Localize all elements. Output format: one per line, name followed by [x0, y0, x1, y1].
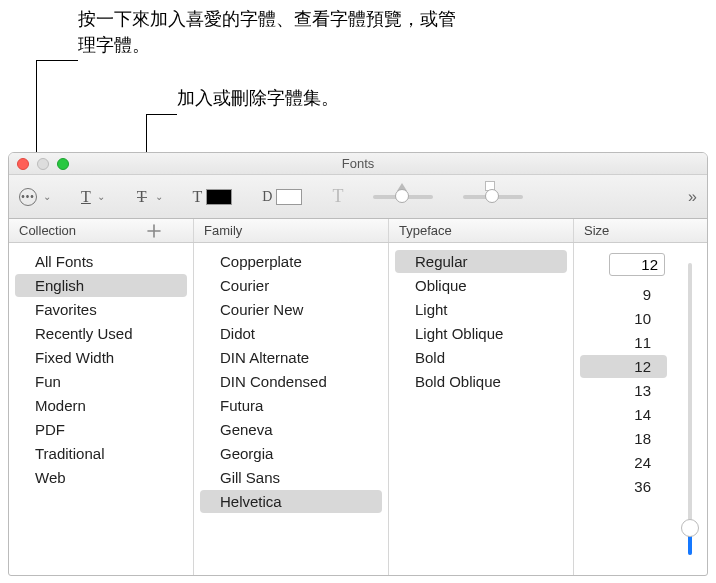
header-size: Size: [574, 219, 707, 242]
family-item[interactable]: Courier: [200, 274, 382, 297]
text-effects-button[interactable]: T: [332, 186, 343, 207]
more-icon: •••: [19, 188, 37, 206]
size-item[interactable]: 13: [580, 379, 667, 402]
text-color-button[interactable]: T: [193, 188, 233, 206]
underline-button[interactable]: T ⌄: [81, 188, 105, 206]
typeface-item[interactable]: Bold Oblique: [395, 370, 567, 393]
collection-item[interactable]: English: [15, 274, 187, 297]
chevron-down-icon: ⌄: [97, 191, 105, 202]
columns: All FontsEnglishFavoritesRecently UsedFi…: [9, 243, 707, 575]
add-collection-button[interactable]: [143, 220, 165, 242]
header-family-label: Family: [204, 223, 242, 238]
shadow-blur-slider[interactable]: [463, 195, 523, 199]
size-item[interactable]: 18: [580, 427, 667, 450]
collection-item[interactable]: Modern: [15, 394, 187, 417]
size-item[interactable]: 24: [580, 451, 667, 474]
collection-item[interactable]: Fixed Width: [15, 346, 187, 369]
header-size-label: Size: [584, 223, 609, 238]
header-collection: Collection: [9, 219, 194, 242]
text-shadow-icon: T: [332, 186, 343, 207]
shadow-opacity-slider[interactable]: [373, 195, 433, 199]
minimize-window-button[interactable]: [37, 158, 49, 170]
slider-knob[interactable]: [485, 189, 499, 203]
actions-menu-button[interactable]: ••• ⌄: [19, 188, 51, 206]
typeface-item[interactable]: Light: [395, 298, 567, 321]
text-color-swatch: [206, 189, 232, 205]
collection-item[interactable]: Favorites: [15, 298, 187, 321]
slider-track: [688, 263, 692, 555]
family-item[interactable]: Didot: [200, 322, 382, 345]
family-item[interactable]: Copperplate: [200, 250, 382, 273]
close-window-button[interactable]: [17, 158, 29, 170]
toolbar: ••• ⌄ T ⌄ T ⌄ T D T »: [9, 175, 707, 219]
chevrons-right-icon: »: [688, 188, 697, 205]
collection-item[interactable]: Recently Used: [15, 322, 187, 345]
slider-knob[interactable]: [681, 519, 699, 537]
document-color-swatch: [276, 189, 302, 205]
callout-line: [36, 60, 78, 61]
size-pane: 91011121314182436: [574, 243, 707, 575]
family-item[interactable]: DIN Condensed: [200, 370, 382, 393]
document-color-button[interactable]: D: [262, 189, 302, 205]
header-typeface: Typeface: [389, 219, 574, 242]
collection-item[interactable]: Traditional: [15, 442, 187, 465]
callout-add-remove-collection: 加入或刪除字體集。: [177, 85, 477, 111]
collection-item[interactable]: Web: [15, 466, 187, 489]
typeface-item[interactable]: Oblique: [395, 274, 567, 297]
typeface-item[interactable]: Bold: [395, 346, 567, 369]
zoom-window-button[interactable]: [57, 158, 69, 170]
text-color-icon: T: [193, 188, 203, 206]
chevron-down-icon: ⌄: [43, 191, 51, 202]
family-item[interactable]: DIN Alternate: [200, 346, 382, 369]
collection-list[interactable]: All FontsEnglishFavoritesRecently UsedFi…: [9, 243, 194, 575]
callout-manage-fonts: 按一下來加入喜愛的字體、查看字體預覽，或管理字體。: [78, 6, 458, 58]
column-headers: Collection Family Typeface Size: [9, 219, 707, 243]
family-item[interactable]: Georgia: [200, 442, 382, 465]
chevron-down-icon: ⌄: [155, 191, 163, 202]
size-list[interactable]: 91011121314182436: [574, 283, 673, 498]
size-slider[interactable]: [673, 249, 707, 569]
header-collection-label: Collection: [19, 223, 76, 238]
collection-item[interactable]: PDF: [15, 418, 187, 441]
expand-toolbar-button[interactable]: »: [688, 188, 697, 206]
size-item[interactable]: 36: [580, 475, 667, 498]
family-item[interactable]: Futura: [200, 394, 382, 417]
window-title: Fonts: [9, 156, 707, 171]
collection-item[interactable]: Fun: [15, 370, 187, 393]
size-item[interactable]: 14: [580, 403, 667, 426]
document-icon: D: [262, 189, 272, 205]
family-item[interactable]: Courier New: [200, 298, 382, 321]
header-typeface-label: Typeface: [399, 223, 452, 238]
size-input[interactable]: [609, 253, 665, 276]
typeface-list[interactable]: RegularObliqueLightLight ObliqueBoldBold…: [389, 243, 574, 575]
size-item[interactable]: 9: [580, 283, 667, 306]
strikethrough-icon: T: [135, 188, 149, 206]
window-controls: [17, 158, 69, 170]
typeface-item[interactable]: Regular: [395, 250, 567, 273]
family-item[interactable]: Gill Sans: [200, 466, 382, 489]
plus-icon: [147, 224, 161, 238]
typeface-item[interactable]: Light Oblique: [395, 322, 567, 345]
size-item[interactable]: 10: [580, 307, 667, 330]
family-item[interactable]: Helvetica: [200, 490, 382, 513]
titlebar: Fonts: [9, 153, 707, 175]
size-item[interactable]: 12: [580, 355, 667, 378]
size-item[interactable]: 11: [580, 331, 667, 354]
slider-knob[interactable]: [395, 189, 409, 203]
collection-item[interactable]: All Fonts: [15, 250, 187, 273]
callout-line: [146, 114, 177, 115]
family-item[interactable]: Geneva: [200, 418, 382, 441]
underline-icon: T: [81, 188, 91, 206]
fonts-window: Fonts ••• ⌄ T ⌄ T ⌄ T D T: [8, 152, 708, 576]
strikethrough-button[interactable]: T ⌄: [135, 188, 163, 206]
family-list[interactable]: CopperplateCourierCourier NewDidotDIN Al…: [194, 243, 389, 575]
header-family: Family: [194, 219, 389, 242]
